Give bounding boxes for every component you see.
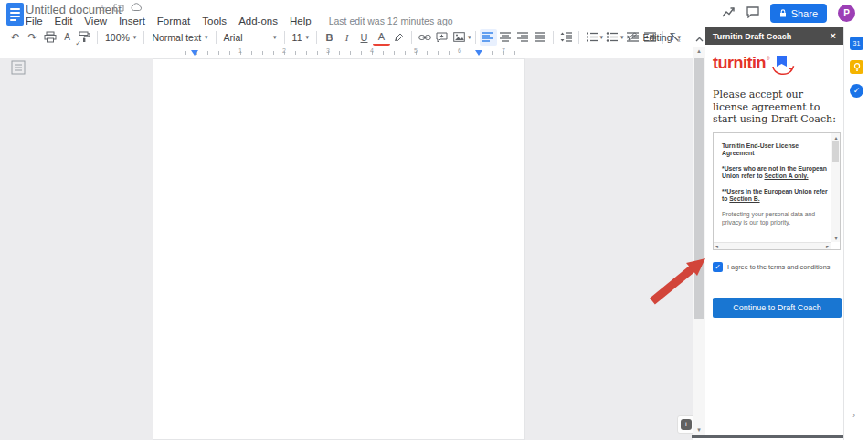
registered-mark: ® xyxy=(767,56,770,61)
left-indent-marker[interactable] xyxy=(191,50,198,56)
italic-button[interactable]: I xyxy=(338,29,355,46)
close-icon[interactable]: × xyxy=(831,31,836,41)
move-folder-icon[interactable] xyxy=(113,3,124,15)
scrollbar-thumb[interactable] xyxy=(832,141,839,162)
add-comment-icon[interactable] xyxy=(433,29,450,46)
scrollbar-thumb[interactable] xyxy=(694,58,704,319)
menu-bar: File Edit View Insert Format Tools Add-o… xyxy=(26,16,453,26)
google-docs-window: Untitled document ☆ File Edit View Inser… xyxy=(0,0,868,440)
account-avatar[interactable]: P xyxy=(838,5,855,22)
insert-link-icon[interactable] xyxy=(416,29,433,46)
turnitin-flag-icon xyxy=(771,54,795,79)
share-label: Share xyxy=(791,8,818,19)
align-right-button[interactable] xyxy=(514,29,532,46)
turnitin-draft-coach-panel: Turnitin Draft Coach × turnitin ® Please… xyxy=(705,27,843,435)
align-justify-button[interactable] xyxy=(532,29,549,46)
document-canvas: + xyxy=(0,58,693,440)
menu-view[interactable]: View xyxy=(84,16,107,26)
ruler-number: 1 xyxy=(238,47,242,54)
ruler-number: 5 xyxy=(414,47,418,54)
print-icon[interactable] xyxy=(41,29,58,46)
scroll-left-icon[interactable]: ◂ xyxy=(715,243,718,249)
numbered-list-icon[interactable] xyxy=(583,29,600,46)
panel-title: Turnitin Draft Coach xyxy=(713,32,791,41)
license-vertical-scrollbar[interactable]: ▴ ▾ xyxy=(831,133,840,242)
insights-icon[interactable] xyxy=(722,5,736,22)
calendar-icon[interactable]: 31 xyxy=(850,37,863,50)
horizontal-scrollbar-thumb[interactable] xyxy=(692,435,843,438)
undo-icon[interactable]: ↶ xyxy=(6,29,24,46)
ruler-number: 3 xyxy=(326,47,330,54)
text-color-button[interactable]: A xyxy=(373,29,390,46)
agree-checkbox[interactable]: ✓ xyxy=(713,262,723,272)
ruler-ticks xyxy=(153,51,525,55)
pencil-icon xyxy=(628,32,637,43)
menu-tools[interactable]: Tools xyxy=(202,16,227,26)
chevron-down-icon[interactable]: ▾ xyxy=(468,34,471,41)
license-text: Turnitin End-User License Agreement *Use… xyxy=(714,133,831,242)
star-icon[interactable]: ☆ xyxy=(98,3,107,15)
scroll-down-icon[interactable]: ▾ xyxy=(831,235,841,241)
menu-format[interactable]: Format xyxy=(157,16,190,26)
cloud-status-icon[interactable] xyxy=(131,3,143,15)
insert-image-icon[interactable] xyxy=(450,29,468,46)
google-docs-logo-icon[interactable] xyxy=(6,3,24,26)
scroll-up-icon[interactable]: ▴ xyxy=(693,47,705,55)
continue-button[interactable]: Continue to Draft Coach xyxy=(713,298,842,318)
tasks-icon[interactable]: ✓ xyxy=(850,84,863,98)
keep-icon[interactable] xyxy=(850,60,863,74)
document-scrollbar[interactable]: ▴ ▾ xyxy=(693,47,705,435)
menu-addons[interactable]: Add-ons xyxy=(238,16,278,26)
share-button[interactable]: Share xyxy=(770,4,827,23)
horizontal-ruler: 1 2 3 4 5 6 7 xyxy=(0,47,693,58)
panel-header: Turnitin Draft Coach × xyxy=(705,27,843,45)
font-size-select[interactable]: 11▾ xyxy=(289,29,312,46)
ruler-number: 6 xyxy=(458,47,461,54)
editing-mode-select[interactable]: Editing ▾ xyxy=(620,30,688,45)
menu-help[interactable]: Help xyxy=(290,16,312,26)
license-title: Turnitin End-User License Agreement xyxy=(722,142,799,157)
bold-button[interactable]: B xyxy=(321,29,338,46)
chevron-down-icon: ▾ xyxy=(133,34,137,41)
toolbar: ↶ ↷ A✓ 100%▾ Normal text▾ Arial▾ 11▾ B I… xyxy=(0,27,705,47)
ruler-number: 7 xyxy=(502,47,505,54)
line-spacing-icon[interactable] xyxy=(557,29,575,46)
agree-checkbox-row[interactable]: ✓ I agree to the terms and conditions xyxy=(713,262,838,272)
editing-mode-label: Editing xyxy=(642,32,672,43)
spellcheck-icon[interactable]: A✓ xyxy=(58,29,76,46)
turnitin-wordmark: turnitin xyxy=(713,54,766,73)
agree-label: I agree to the terms and conditions xyxy=(727,263,830,271)
document-page[interactable] xyxy=(153,58,525,440)
comment-history-icon[interactable] xyxy=(746,5,759,22)
chevron-down-icon: ▾ xyxy=(677,34,681,41)
align-center-button[interactable] xyxy=(497,29,514,46)
chevron-down-icon: ▾ xyxy=(205,34,208,41)
menu-edit[interactable]: Edit xyxy=(55,16,73,26)
collapse-menus-icon[interactable] xyxy=(695,29,704,46)
redo-icon[interactable]: ↷ xyxy=(24,29,41,46)
ruler-number: 2 xyxy=(282,47,286,54)
license-horizontal-scrollbar[interactable]: ◂ ▸ xyxy=(714,242,831,249)
chevron-right-icon[interactable]: › xyxy=(852,411,855,420)
styles-select[interactable]: Normal text▾ xyxy=(148,29,211,46)
zoom-select[interactable]: 100%▾ xyxy=(101,29,140,46)
last-edit-link[interactable]: Last edit was 12 minutes ago xyxy=(329,16,453,26)
right-indent-marker[interactable] xyxy=(475,50,482,56)
menu-file[interactable]: File xyxy=(26,16,43,26)
license-paragraph: **Users in the European Union refer to S… xyxy=(722,188,829,204)
align-left-button[interactable] xyxy=(480,29,497,46)
scroll-up-icon[interactable]: ▴ xyxy=(831,134,841,141)
scroll-right-icon[interactable]: ▸ xyxy=(826,243,829,249)
license-agreement-box[interactable]: Turnitin End-User License Agreement *Use… xyxy=(713,132,841,250)
chevron-down-icon: ▾ xyxy=(305,34,309,41)
lock-icon xyxy=(779,8,787,19)
scroll-down-icon[interactable]: ▾ xyxy=(693,426,705,434)
bulleted-list-icon[interactable] xyxy=(603,29,620,46)
document-outline-icon[interactable] xyxy=(11,60,27,77)
highlight-color-icon[interactable] xyxy=(390,29,408,46)
license-paragraph: Protecting your personal data and privac… xyxy=(722,211,829,226)
underline-button[interactable]: U xyxy=(355,29,373,46)
font-select[interactable]: Arial▾ xyxy=(220,29,281,46)
menu-insert[interactable]: Insert xyxy=(119,16,145,26)
turnitin-logo: turnitin ® xyxy=(713,54,838,79)
